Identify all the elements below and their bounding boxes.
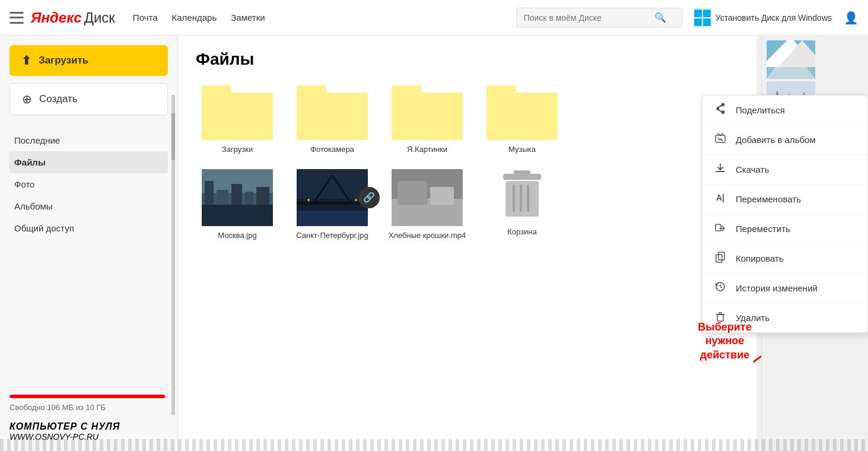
- context-menu-item-add-album[interactable]: Добавить в альбом: [702, 125, 867, 155]
- search-icon: 🔍: [654, 12, 666, 23]
- folder-icon-camera: [297, 83, 368, 140]
- svg-rect-30: [767, 67, 815, 79]
- main-content: Файлы Загрузки Фотокамера: [178, 36, 761, 451]
- folder-name-music: Музыка: [508, 145, 536, 155]
- download-icon: [713, 162, 727, 177]
- folder-pictures[interactable]: Я.Картинки: [386, 83, 469, 155]
- context-menu: Поделиться Добавить в альбом Скачать A| …: [702, 95, 868, 333]
- file-trash[interactable]: Корзина: [481, 169, 564, 241]
- files-grid: Москва.jpg: [196, 169, 743, 241]
- svg-rect-25: [527, 185, 529, 212]
- storage-bar: [9, 395, 168, 398]
- windows-icon: [694, 9, 711, 26]
- file-name-spb: Санкт-Петербург.jpg: [296, 231, 368, 241]
- file-moscow[interactable]: Москва.jpg: [196, 169, 279, 241]
- storage-section: Свободно 106 МБ из 10 ГБ: [9, 387, 168, 412]
- rename-icon: A|: [713, 192, 727, 207]
- copy-icon: [713, 251, 727, 266]
- header-nav: Почта Календарь Заметки: [133, 12, 516, 23]
- search-input[interactable]: [524, 13, 654, 23]
- folder-name-downloads: Загрузки: [222, 145, 253, 155]
- plus-icon: ⊕: [22, 92, 32, 106]
- sidebar-item-files[interactable]: Файлы: [9, 151, 168, 173]
- history-icon: [713, 281, 727, 296]
- svg-rect-7: [202, 205, 273, 226]
- file-name-bread: Хлебные крошки.mp4: [389, 231, 466, 241]
- install-button[interactable]: Установить Диск для Windows: [694, 9, 832, 26]
- context-menu-item-share[interactable]: Поделиться: [702, 96, 867, 125]
- svg-rect-40: [716, 255, 722, 262]
- file-name-trash: Корзина: [507, 227, 537, 237]
- context-menu-item-move[interactable]: Переместить: [702, 214, 867, 244]
- upload-button[interactable]: ⬆ Загрузить: [9, 45, 168, 76]
- hamburger-menu-icon[interactable]: [9, 12, 24, 24]
- thumb-spb: [297, 169, 368, 226]
- storage-bar-fill: [9, 395, 165, 398]
- folder-downloads[interactable]: Загрузки: [196, 83, 279, 155]
- sidebar-item-recent[interactable]: Последние: [9, 129, 168, 151]
- branding: КОМПЬЮТЕР С НУЛЯ WWW.OSNOVY-PC.RU: [9, 412, 168, 442]
- upload-label: Загрузить: [39, 55, 88, 66]
- layout: ⬆ Загрузить ⊕ Создать Последние Файлы Фо…: [0, 36, 868, 451]
- sidebar-item-albums[interactable]: Альбомы: [9, 195, 168, 217]
- annotation: Выберите нужное действие: [688, 320, 761, 362]
- rename-label: Переименовать: [736, 194, 801, 204]
- file-spb[interactable]: 🔗 Санкт-Петербург.jpg: [291, 169, 374, 241]
- folder-music[interactable]: Музыка: [481, 83, 564, 155]
- logo: Яндекс Диск: [31, 9, 115, 26]
- svg-rect-38: [716, 224, 721, 231]
- create-label: Создать: [39, 93, 78, 105]
- svg-text:A|: A|: [716, 193, 724, 202]
- history-label: История изменений: [736, 283, 818, 293]
- folder-icon-music: [487, 83, 558, 140]
- move-label: Переместить: [736, 224, 790, 234]
- thumb-moscow: [202, 169, 273, 226]
- share-label: Поделиться: [736, 105, 785, 115]
- move-icon: [713, 221, 727, 236]
- share-badge: 🔗: [358, 187, 380, 208]
- folder-name-camera: Фотокамера: [310, 145, 354, 155]
- user-icon[interactable]: 👤: [844, 11, 859, 25]
- nav-notes[interactable]: Заметки: [231, 12, 265, 23]
- svg-rect-18: [398, 181, 427, 205]
- context-menu-item-history[interactable]: История изменений: [702, 274, 867, 303]
- svg-rect-21: [514, 170, 530, 175]
- svg-point-14: [307, 199, 310, 201]
- logo-disk: Диск: [84, 9, 115, 26]
- context-menu-item-copy[interactable]: Копировать: [702, 244, 867, 274]
- branding-title: КОМПЬЮТЕР С НУЛЯ: [9, 421, 168, 432]
- add-album-label: Добавить в альбом: [736, 135, 816, 145]
- folder-name-pictures: Я.Картинки: [407, 145, 447, 155]
- sidebar-scrollbar[interactable]: [171, 95, 175, 415]
- upload-icon: ⬆: [21, 53, 31, 68]
- sidebar-scrollbar-thumb: [171, 113, 175, 160]
- trash-icon: [498, 169, 546, 223]
- nav-mail[interactable]: Почта: [133, 12, 158, 23]
- svg-rect-24: [520, 185, 522, 212]
- search-box: 🔍: [516, 8, 682, 27]
- context-menu-item-download[interactable]: Скачать: [702, 155, 867, 185]
- context-menu-item-rename[interactable]: A| Переименовать: [702, 185, 867, 214]
- header: Яндекс Диск Почта Календарь Заметки 🔍 Ус…: [0, 0, 868, 36]
- nav-calendar[interactable]: Календарь: [172, 12, 217, 23]
- svg-rect-23: [513, 185, 515, 212]
- svg-rect-10: [297, 202, 368, 205]
- storage-text: Свободно 106 МБ из 10 ГБ: [9, 403, 168, 412]
- folder-icon-downloads: [202, 83, 273, 140]
- preview-photo-mountains[interactable]: [767, 40, 815, 79]
- sidebar-item-photo[interactable]: Фото: [9, 173, 168, 195]
- svg-point-15: [355, 199, 357, 201]
- folders-grid: Загрузки Фотокамера Я.Картинки: [196, 83, 743, 155]
- file-bread[interactable]: Хлебные крошки.mp4: [386, 169, 469, 241]
- svg-rect-39: [718, 252, 724, 260]
- folder-camera[interactable]: Фотокамера: [291, 83, 374, 155]
- page-title: Файлы: [196, 50, 743, 69]
- svg-rect-13: [297, 211, 368, 226]
- wavy-border: [0, 439, 868, 451]
- svg-rect-19: [430, 187, 454, 205]
- album-icon: [713, 132, 727, 147]
- sidebar-item-shared[interactable]: Общий доступ: [9, 217, 168, 239]
- create-button[interactable]: ⊕ Создать: [9, 83, 168, 115]
- sidebar-nav: Последние Файлы Фото Альбомы Общий досту…: [9, 129, 168, 387]
- sidebar: ⬆ Загрузить ⊕ Создать Последние Файлы Фо…: [0, 36, 178, 451]
